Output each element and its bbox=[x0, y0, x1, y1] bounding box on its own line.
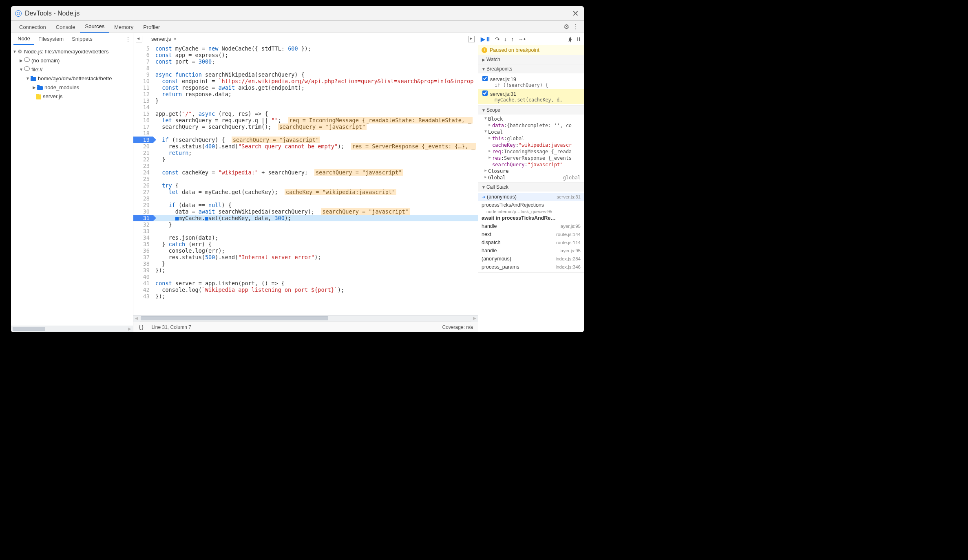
gutter[interactable]: 28 bbox=[133, 195, 153, 202]
code-line[interactable]: 29 if (data == null) { bbox=[133, 202, 478, 208]
gutter[interactable]: 37 bbox=[133, 254, 153, 260]
gutter[interactable]: 16 bbox=[133, 117, 153, 123]
step-over-icon[interactable]: ↷ bbox=[495, 36, 500, 42]
editor-hscroll[interactable]: ◀ ▶ bbox=[133, 315, 478, 322]
code-line[interactable]: 10 const endpoint = `https://en.wikipedi… bbox=[133, 78, 478, 84]
callstack-frame[interactable]: dispatchroute.js:114 bbox=[478, 238, 584, 247]
code-line[interactable]: 40 bbox=[133, 273, 478, 280]
subtab-snippets[interactable]: Snippets bbox=[68, 33, 97, 44]
code-line[interactable]: 21 return; bbox=[133, 150, 478, 156]
gutter[interactable]: 22 bbox=[133, 156, 153, 163]
code-line[interactable]: 34 res.json(data); bbox=[133, 234, 478, 241]
tree-no-domain[interactable]: ▶ (no domain) bbox=[11, 56, 133, 65]
callstack-frame[interactable]: process_paramsindex.js:346 bbox=[478, 263, 584, 271]
code-line[interactable]: 28 bbox=[133, 195, 478, 202]
pretty-print-icon[interactable]: {} bbox=[138, 324, 144, 330]
gutter[interactable]: 9 bbox=[133, 71, 153, 78]
code-line[interactable]: 18 bbox=[133, 130, 478, 137]
code-line[interactable]: 12 return response.data; bbox=[133, 91, 478, 97]
code-line[interactable]: 37 res.status(500).send("Internal server… bbox=[133, 254, 478, 260]
subtab-filesystem[interactable]: Filesystem bbox=[34, 33, 68, 44]
code-line[interactable]: 7const port = 3000; bbox=[133, 58, 478, 65]
sidebar-hscroll[interactable]: ◀ ▶ bbox=[11, 326, 133, 332]
scroll-right-icon[interactable]: ▶ bbox=[471, 315, 478, 322]
gutter[interactable]: 11 bbox=[133, 84, 153, 91]
gutter[interactable]: 43 bbox=[133, 293, 153, 300]
code-line[interactable]: 42 console.log(`Wikipedia app listening … bbox=[133, 287, 478, 293]
code-line[interactable]: 26 try { bbox=[133, 182, 478, 189]
tab-console[interactable]: Console bbox=[51, 22, 80, 33]
close-tab-icon[interactable]: × bbox=[173, 36, 177, 42]
gutter[interactable]: 40 bbox=[133, 273, 153, 280]
gutter[interactable]: 39 bbox=[133, 267, 153, 273]
gutter[interactable]: 8 bbox=[133, 65, 153, 71]
gutter[interactable]: 13 bbox=[133, 97, 153, 104]
gutter[interactable]: 23 bbox=[133, 163, 153, 169]
step-icon[interactable]: →• bbox=[518, 36, 526, 42]
toggle-debugger-icon[interactable] bbox=[468, 36, 475, 42]
code-line[interactable]: 13} bbox=[133, 97, 478, 104]
deactivate-breakpoints-icon[interactable]: ⧫̷ bbox=[569, 36, 572, 42]
close-icon[interactable]: ✕ bbox=[572, 9, 579, 18]
code-line[interactable]: 39}); bbox=[133, 267, 478, 273]
scroll-left-icon[interactable]: ◀ bbox=[133, 315, 140, 322]
gutter[interactable]: 20 bbox=[133, 143, 153, 150]
scroll-thumb[interactable] bbox=[13, 327, 45, 331]
scope-data[interactable]: ▶data: {batchcomplete: '', co bbox=[478, 122, 584, 129]
scope-res[interactable]: ▶res: ServerResponse {_events bbox=[478, 155, 584, 161]
code-line[interactable]: 17 searchQuery = searchQuery.trim(); sea… bbox=[133, 123, 478, 130]
code-line[interactable]: 15app.get("/", async (req, res) => { bbox=[133, 110, 478, 117]
breakpoint-checkbox[interactable] bbox=[482, 76, 488, 81]
gutter[interactable]: 15 bbox=[133, 110, 153, 117]
watch-header[interactable]: ▶Watch bbox=[478, 55, 584, 64]
code-line[interactable]: 27 let data = myCache.get(cacheKey); cac… bbox=[133, 189, 478, 195]
scope-block[interactable]: ▼Block bbox=[478, 116, 584, 122]
scope-local[interactable]: ▼Local bbox=[478, 129, 584, 135]
code-area[interactable]: 5const myCache = new NodeCache({ stdTTL:… bbox=[133, 45, 478, 315]
breakpoint-item[interactable]: server.js:19if (!searchQuery) { bbox=[478, 75, 584, 89]
step-into-icon[interactable]: ↓ bbox=[504, 36, 507, 42]
code-line[interactable]: 16 let searchQuery = req.query.q || ""; … bbox=[133, 117, 478, 123]
scope-global[interactable]: ▶Globalglobal bbox=[478, 174, 584, 181]
tree-server-js[interactable]: server.js bbox=[11, 92, 133, 101]
code-line[interactable]: 23 bbox=[133, 163, 478, 169]
gutter[interactable]: 7 bbox=[133, 58, 153, 65]
breakpoints-header[interactable]: ▼Breakpoints bbox=[478, 64, 584, 73]
subtab-node[interactable]: Node bbox=[13, 33, 34, 45]
gutter[interactable]: 42 bbox=[133, 287, 153, 293]
callstack-frame[interactable]: processTicksAndRejections bbox=[478, 201, 584, 209]
tree-file-scheme[interactable]: ▼ file:// bbox=[11, 65, 133, 74]
gutter[interactable]: 27 bbox=[133, 189, 153, 195]
tab-connection[interactable]: Connection bbox=[14, 22, 51, 33]
code-line[interactable]: 20 res.status(400).send("Search query ca… bbox=[133, 143, 478, 150]
code-line[interactable]: 11 const response = await axios.get(endp… bbox=[133, 84, 478, 91]
resume-icon[interactable]: ▶⏸ bbox=[481, 36, 491, 42]
scope-closure[interactable]: ▶Closure bbox=[478, 168, 584, 174]
code-line[interactable]: 14 bbox=[133, 104, 478, 110]
code-line[interactable]: 38 } bbox=[133, 260, 478, 267]
scope-this[interactable]: ▶this: global bbox=[478, 135, 584, 142]
gutter[interactable]: 34 bbox=[133, 234, 153, 241]
code-line[interactable]: 22 } bbox=[133, 156, 478, 163]
tree-path[interactable]: ▼ home/ayo/dev/betterstack/bette bbox=[11, 74, 133, 83]
scope-req[interactable]: ▶req: IncomingMessage {_reada bbox=[478, 148, 584, 155]
code-line[interactable]: 35 } catch (err) { bbox=[133, 241, 478, 247]
code-line[interactable]: 19 if (!searchQuery) { searchQuery = "ja… bbox=[133, 137, 478, 143]
callstack-frame[interactable]: handlelayer.js:95 bbox=[478, 222, 584, 230]
navigator-more-icon[interactable]: ⋮ bbox=[126, 36, 130, 42]
code-line[interactable]: 6const app = express(); bbox=[133, 52, 478, 58]
more-icon[interactable]: ⋮ bbox=[572, 23, 579, 31]
step-out-icon[interactable]: ↑ bbox=[511, 36, 514, 42]
code-line[interactable]: 30 data = await searchWikipedia(searchQu… bbox=[133, 208, 478, 215]
callstack-frame[interactable]: nextroute.js:144 bbox=[478, 230, 584, 238]
gutter[interactable]: 25 bbox=[133, 176, 153, 182]
code-line[interactable]: 8 bbox=[133, 65, 478, 71]
file-tab-server-js[interactable]: server.js × bbox=[147, 33, 181, 45]
gear-icon[interactable]: ⚙ bbox=[564, 23, 569, 31]
gutter[interactable]: 33 bbox=[133, 228, 153, 234]
callstack-frame[interactable]: handlelayer.js:95 bbox=[478, 247, 584, 255]
gutter[interactable]: 32 bbox=[133, 221, 153, 228]
gutter[interactable]: 19 bbox=[133, 137, 153, 143]
gutter[interactable]: 21 bbox=[133, 150, 153, 156]
breakpoint-checkbox[interactable] bbox=[482, 90, 488, 96]
